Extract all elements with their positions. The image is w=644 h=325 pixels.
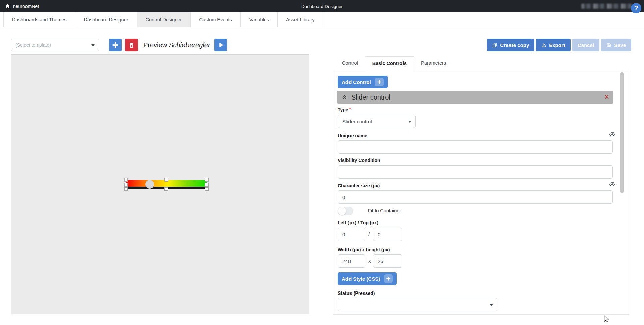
preview-control-name: Schieberegler	[169, 41, 210, 49]
remove-control-icon[interactable]: ✕	[604, 93, 609, 101]
chevron-down-icon	[91, 44, 95, 46]
type-label: Type*	[338, 107, 351, 112]
play-preview-button[interactable]	[214, 39, 227, 51]
copy-icon	[492, 43, 497, 48]
panel-tabs: Control Basic Controls Parameters	[335, 56, 453, 70]
visibility-condition-input[interactable]	[338, 165, 613, 179]
page-title: Dashboard Designer	[301, 4, 343, 9]
slider-control-preview[interactable]	[126, 180, 207, 189]
width-px-input[interactable]	[338, 254, 365, 268]
home-icon	[5, 3, 10, 9]
unique-name-input[interactable]	[338, 140, 613, 154]
top-bar: neuroomNet Dashboard Designer	[0, 0, 644, 12]
add-style-button[interactable]: Add Style (CSS)	[338, 272, 397, 285]
fit-to-container-toggle[interactable]	[338, 207, 353, 215]
play-icon	[217, 42, 224, 48]
plus-icon	[384, 274, 393, 283]
panel-scrollbar[interactable]	[620, 72, 624, 193]
left-top-separator: /	[368, 231, 370, 237]
chevron-down-icon	[408, 121, 411, 123]
tab-dashboards-and-themes[interactable]: Dashboards and Themes	[3, 12, 75, 27]
type-select[interactable]: Slider control	[338, 115, 416, 128]
save-icon	[606, 43, 611, 48]
visibility-off-icon[interactable]	[609, 131, 615, 138]
design-canvas[interactable]	[11, 54, 309, 314]
delete-button[interactable]	[125, 39, 138, 51]
resize-handle-top-left[interactable]	[124, 178, 128, 182]
template-select-placeholder: (Select template)	[15, 42, 51, 48]
slider-knob[interactable]	[145, 180, 154, 189]
tab-parameters[interactable]: Parameters	[414, 56, 453, 70]
top-px-input[interactable]	[373, 227, 402, 241]
plus-icon	[375, 78, 384, 86]
control-section-title: Slider control	[351, 93, 390, 101]
mouse-cursor	[603, 315, 610, 324]
home-link[interactable]: neuroomNet	[5, 3, 39, 9]
tab-dashboard-designer[interactable]: Dashboard Designer	[75, 12, 137, 27]
download-icon	[541, 43, 546, 48]
add-control-button[interactable]: Add Control	[338, 76, 388, 88]
character-size-label: Character size (px)	[338, 183, 380, 188]
resize-handle-top-right[interactable]	[205, 178, 209, 182]
cancel-button[interactable]: Cancel	[572, 39, 599, 51]
create-copy-button[interactable]: Create copy	[487, 39, 534, 51]
trash-icon	[128, 42, 135, 48]
fit-to-container-label: Fit to Container	[368, 208, 401, 213]
height-px-input[interactable]	[373, 254, 402, 268]
template-select[interactable]: (Select template)	[11, 39, 99, 51]
resize-handle-middle-right[interactable]	[205, 183, 209, 187]
resize-handle-bottom-middle[interactable]	[164, 187, 168, 191]
width-height-label: Width (px) x height (px)	[338, 247, 390, 252]
designer-toolbar: (Select template) PreviewSchieberegler	[11, 39, 227, 51]
resize-handle-bottom-left[interactable]	[124, 187, 128, 191]
tab-control[interactable]: Control	[335, 56, 365, 70]
tab-custom-events[interactable]: Custom Events	[191, 12, 240, 27]
required-asterisk: *	[349, 107, 351, 112]
toolbar-actions: Create copy Export Cancel Save	[487, 39, 631, 51]
tab-asset-library[interactable]: Asset Library	[278, 12, 323, 27]
tab-variables[interactable]: Variables	[241, 12, 278, 27]
left-top-label: Left (px) / Top (px)	[338, 220, 378, 225]
width-height-separator: x	[368, 258, 371, 264]
chevron-down-icon	[490, 304, 493, 306]
unique-name-label: Unique name	[338, 133, 367, 138]
status-pressed-label: Status (Pressed)	[338, 290, 375, 296]
tab-basic-controls[interactable]: Basic Controls	[365, 56, 414, 70]
save-button[interactable]: Save	[601, 39, 631, 51]
toggle-knob	[338, 207, 346, 215]
resize-handle-middle-left[interactable]	[124, 183, 128, 187]
resize-handle-top-middle[interactable]	[164, 178, 168, 182]
primary-tabs: Dashboards and Themes Dashboard Designer…	[0, 12, 644, 27]
status-pressed-select[interactable]	[338, 298, 497, 311]
help-icon[interactable]: ?	[631, 3, 641, 13]
add-button[interactable]	[109, 39, 122, 51]
visibility-condition-label: Visibility Condition	[338, 158, 380, 163]
left-px-input[interactable]	[338, 227, 365, 241]
character-size-input[interactable]	[338, 190, 613, 204]
basic-controls-pane: Add Control Slider control ✕ Type* Slide…	[333, 70, 629, 315]
preview-title: PreviewSchieberegler	[143, 41, 210, 49]
preview-label: Preview	[143, 41, 167, 49]
plus-icon	[112, 41, 119, 49]
visibility-off-icon[interactable]	[609, 181, 615, 188]
export-button[interactable]: Export	[536, 39, 571, 51]
tab-control-designer[interactable]: Control Designer	[137, 12, 191, 27]
collapse-icon[interactable]	[341, 94, 348, 101]
control-section-header[interactable]: Slider control ✕	[337, 91, 613, 104]
user-account-redacted[interactable]	[581, 4, 632, 9]
brand-label: neuroomNet	[13, 4, 39, 9]
resize-handle-bottom-right[interactable]	[205, 187, 209, 191]
